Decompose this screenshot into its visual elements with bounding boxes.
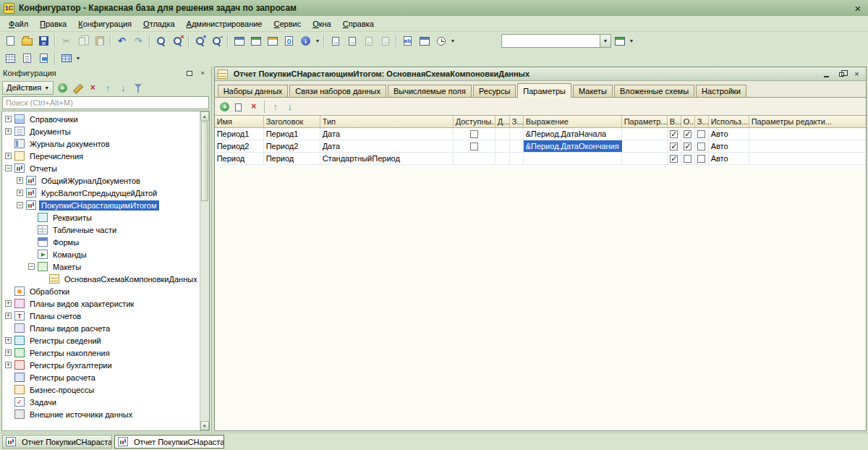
zoom-in-button[interactable]: + xyxy=(192,33,208,48)
expand-icon[interactable] xyxy=(5,337,12,344)
expand-icon[interactable] xyxy=(17,190,23,196)
stop-find-button[interactable]: × xyxy=(169,33,186,48)
usage-cell[interactable]: Авто xyxy=(709,128,749,140)
save-button[interactable] xyxy=(35,33,52,48)
expand-icon[interactable] xyxy=(17,177,23,184)
menu-configuration[interactable]: Конфигурация xyxy=(72,17,137,30)
tree-item-tasks[interactable]: Задачи xyxy=(2,396,200,408)
column-header-available-values[interactable]: Доступны... xyxy=(454,116,495,127)
close-document-button[interactable]: × xyxy=(851,69,863,80)
move-up-button[interactable]: ↑ xyxy=(269,100,282,113)
type-cell[interactable]: Дата xyxy=(320,140,454,152)
include-checkbox[interactable] xyxy=(670,155,678,163)
window-settings-button[interactable] xyxy=(611,33,628,48)
restrict-cell[interactable] xyxy=(681,128,695,140)
timer-button[interactable] xyxy=(433,33,449,48)
collapse-icon[interactable] xyxy=(5,165,12,171)
tab-templates[interactable]: Макеты xyxy=(573,85,613,97)
forbid-checkbox[interactable] xyxy=(697,130,705,138)
scrollbar-thumb[interactable] xyxy=(201,122,208,201)
close-window-button[interactable]: × xyxy=(851,2,864,14)
column-header-name[interactable]: Имя xyxy=(215,116,264,127)
expand-icon[interactable] xyxy=(5,313,12,319)
collapse-icon[interactable] xyxy=(17,202,23,208)
include-cell[interactable] xyxy=(668,153,681,164)
menu-help[interactable]: Справка xyxy=(337,17,380,30)
taskbar-window-button[interactable]: Отчет ПокупкиСНараста... xyxy=(2,435,112,449)
minimize-document-button[interactable] xyxy=(820,69,833,80)
tree-item-business-processes[interactable]: Бизнес-процессы xyxy=(2,383,200,396)
add-object-button[interactable]: + xyxy=(56,81,69,94)
text-templates-button[interactable] xyxy=(416,33,433,48)
open-button[interactable] xyxy=(19,33,35,48)
move-down-button[interactable]: ↓ xyxy=(116,81,129,94)
new-text-button[interactable] xyxy=(19,51,35,66)
restrict-cell[interactable] xyxy=(681,153,695,164)
cell[interactable] xyxy=(749,153,866,164)
edit-object-button[interactable] xyxy=(71,81,84,94)
column-header-usage[interactable]: Использ... xyxy=(709,116,749,127)
name-cell[interactable]: Период1 xyxy=(215,128,264,140)
cell[interactable] xyxy=(622,128,668,140)
expression-cell-selected[interactable]: &Период.ДатаОкончания xyxy=(524,140,622,152)
column-header-o[interactable]: О... xyxy=(681,116,695,127)
navigate-back-button[interactable] xyxy=(360,33,377,48)
column-header-expression[interactable]: Выражение xyxy=(524,116,622,127)
column-header-v[interactable]: В... xyxy=(668,116,681,127)
go-to-definition-button[interactable] xyxy=(344,33,360,48)
tab-nested-schemas[interactable]: Вложенные схемы xyxy=(614,85,694,97)
toolbar-overflow-button[interactable]: ▼ xyxy=(314,33,321,48)
tree-item-calculation-registers[interactable]: Регистры расчета xyxy=(2,371,200,383)
available-values-cell[interactable] xyxy=(454,140,495,152)
restrict-checkbox[interactable] xyxy=(684,155,692,163)
new-spreadsheet-button[interactable] xyxy=(2,51,19,66)
tree-item-report-currency-rates[interactable]: КурсВалютСпредыдущейДатой xyxy=(2,187,200,199)
expression-cell[interactable]: &Период.ДатаНачала xyxy=(524,128,622,140)
column-header-d[interactable]: Д... xyxy=(495,116,510,127)
available-values-cell[interactable] xyxy=(454,128,495,140)
tree-item-external-data-sources[interactable]: Внешние источники данных xyxy=(2,408,200,420)
window-settings-dropdown-button[interactable]: ▼ xyxy=(628,33,635,48)
move-down-button[interactable]: ↓ xyxy=(284,100,297,113)
cell[interactable] xyxy=(510,153,524,164)
include-checkbox[interactable] xyxy=(670,130,678,138)
tree-item-document-journals[interactable]: Журналы документов xyxy=(2,137,200,150)
collapse-icon[interactable] xyxy=(28,263,35,270)
cell[interactable] xyxy=(749,128,866,140)
cell[interactable] xyxy=(510,128,524,140)
new-html-button[interactable] xyxy=(35,51,52,66)
search-combobox[interactable]: ▼ xyxy=(501,34,611,48)
column-header-title[interactable]: Заголовок xyxy=(264,116,320,127)
expand-icon[interactable] xyxy=(5,349,12,356)
column-header-z2[interactable]: З... xyxy=(695,116,709,127)
forbid-checkbox[interactable] xyxy=(697,143,705,150)
move-up-button[interactable]: ↑ xyxy=(101,81,114,94)
tree-item-documents[interactable]: Документы xyxy=(2,125,200,137)
menu-file[interactable]: Файл xyxy=(3,17,34,30)
available-values-checkbox[interactable] xyxy=(470,143,478,150)
tree-item-tabular-sections[interactable]: Табличные части xyxy=(2,224,200,236)
tree-item-report-common-journal[interactable]: ОбщийЖурналДокументов xyxy=(2,174,200,187)
tree-item-forms[interactable]: Формы xyxy=(2,236,200,248)
copy-parameter-button[interactable] xyxy=(233,100,246,113)
tree-scrollbar[interactable]: ▲ ▼ xyxy=(200,111,209,430)
tab-settings[interactable]: Настройки xyxy=(696,85,746,97)
tree-item-charts-of-accounts[interactable]: Планы счетов xyxy=(2,310,200,322)
menu-tools[interactable]: Сервис xyxy=(268,17,307,30)
expand-icon[interactable] xyxy=(5,300,12,307)
available-values-checkbox[interactable] xyxy=(470,130,478,138)
redo-button[interactable]: ↷ xyxy=(130,33,147,48)
tab-data-sets[interactable]: Наборы данных xyxy=(218,85,289,97)
module-check-button[interactable]: {} xyxy=(281,33,297,48)
expand-icon[interactable] xyxy=(5,362,12,368)
scrollbar-track[interactable] xyxy=(200,202,209,421)
expression-cell[interactable] xyxy=(524,153,622,164)
menu-administration[interactable]: Администрирование xyxy=(181,17,268,30)
column-header-z1[interactable]: З... xyxy=(510,116,524,127)
timer-dropdown-button[interactable]: ▼ xyxy=(449,33,456,48)
cell[interactable] xyxy=(622,153,668,164)
title-cell[interactable]: Период1 xyxy=(264,128,320,140)
cell[interactable] xyxy=(622,140,668,152)
name-cell[interactable]: Период xyxy=(215,153,264,164)
database-configuration-button[interactable] xyxy=(247,33,264,48)
